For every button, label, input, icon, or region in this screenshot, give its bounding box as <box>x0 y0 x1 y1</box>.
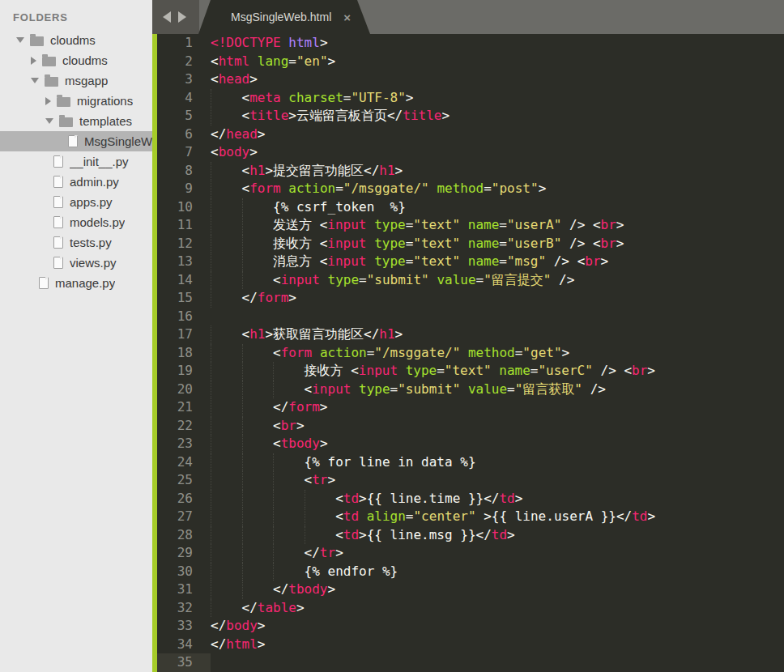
code-line-23[interactable]: 23 <tbody> <box>157 435 784 453</box>
chevron-right-icon[interactable] <box>45 97 51 105</box>
editor-pane[interactable]: 1<!DOCTYPE html>2<html lang="en">3<head>… <box>152 34 784 672</box>
code-token: = <box>288 53 296 69</box>
code-line-5[interactable]: 5 <title>云端留言板首页</title> <box>157 107 784 125</box>
tree-item-views-py[interactable]: views.py <box>0 253 152 273</box>
code-line-8[interactable]: 8 <h1>提交留言功能区</h1> <box>157 162 784 181</box>
tree-item-manage-py[interactable]: manage.py <box>0 273 152 293</box>
code-line-17[interactable]: 17 <h1>获取留言功能区</h1> <box>157 325 784 344</box>
code-token <box>367 253 375 269</box>
code-token <box>460 345 468 360</box>
code-line-12[interactable]: 12 接收方 <input type="text" name="userB" /… <box>157 235 784 253</box>
code-token: </ <box>211 545 320 560</box>
indent-guide <box>211 417 211 436</box>
tree-item-msgapp[interactable]: msgapp <box>0 70 152 91</box>
code-line-20[interactable]: 20 <input type="submit" value="留言获取" /> <box>157 381 784 399</box>
chevron-down-icon[interactable] <box>31 78 39 83</box>
code-token: {% csrf_token %} <box>211 199 406 215</box>
code-line-22[interactable]: 22 <br> <box>157 417 784 436</box>
code-token: input <box>281 272 320 287</box>
code-line-29[interactable]: 29 </tr> <box>157 544 784 563</box>
code-line-2[interactable]: 2<html lang="en"> <box>157 53 784 71</box>
code-line-9[interactable]: 9 <form action="/msggate/" method="post"… <box>157 180 784 198</box>
code-line-30[interactable]: 30 {% endfor %} <box>157 563 784 581</box>
code-line-21[interactable]: 21 </form> <box>157 398 784 417</box>
code-token <box>460 236 468 251</box>
code-token: form <box>249 181 281 196</box>
code-line-6[interactable]: 6</head> <box>157 125 784 144</box>
chevron-right-icon[interactable] <box>31 57 36 65</box>
tree-item-label: views.py <box>70 256 117 270</box>
tab-msgsingleweb[interactable]: MsgSingleWeb.html × <box>198 0 370 34</box>
code-line-16[interactable]: 16 <box>157 308 784 326</box>
code-line-34[interactable]: 34</html> <box>157 636 784 654</box>
indent-guide <box>211 526 211 545</box>
code-line-10[interactable]: 10 {% csrf_token %} <box>157 198 784 217</box>
tree-item-templates[interactable]: templates <box>0 111 152 131</box>
code-token: type <box>328 272 360 287</box>
code-token: "submit" <box>367 272 429 287</box>
code-line-25[interactable]: 25 <tr> <box>157 471 784 490</box>
tree-item-tests-py[interactable]: tests.py <box>0 232 152 253</box>
code-token: title <box>403 108 441 123</box>
tree-item-label: migrations <box>77 94 133 108</box>
code-line-33[interactable]: 33</body> <box>157 617 784 636</box>
nav-back-icon[interactable] <box>163 11 171 23</box>
code-line-35[interactable]: 35 <box>157 653 784 672</box>
tree-item-cloudms[interactable]: cloudms <box>0 30 152 50</box>
code-line-content: <td>{{ line.msg }}</td> <box>193 526 784 545</box>
tree-item-apps-py[interactable]: apps.py <box>0 192 152 212</box>
code-line-4[interactable]: 4 <meta charset="UTF-8"> <box>157 89 784 108</box>
code-token: < <box>211 71 219 87</box>
code-line-13[interactable]: 13 消息方 <input type="text" name="msg" /> … <box>157 253 784 271</box>
code-line-content: <td>{{ line.time }}</td> <box>193 490 784 508</box>
code-token: type <box>374 253 406 269</box>
code-line-7[interactable]: 7<body> <box>157 143 784 162</box>
code-line-1[interactable]: 1<!DOCTYPE html> <box>157 34 784 53</box>
tree-item-msgsingleweb-html[interactable]: MsgSingleWeb.html <box>0 131 152 151</box>
code-token: > <box>258 126 266 142</box>
code-line-28[interactable]: 28 <td>{{ line.msg }}</td> <box>157 526 784 545</box>
code-token: < <box>211 326 249 342</box>
code-line-27[interactable]: 27 <td align="center" >{{ line.userA }}<… <box>157 508 784 526</box>
code-token: < <box>211 90 249 105</box>
code-line-content: </table> <box>193 599 784 618</box>
tab-close-icon[interactable]: × <box>343 11 351 24</box>
tree-item-migrations[interactable]: migrations <box>0 91 152 111</box>
code-line-15[interactable]: 15 </form> <box>157 289 784 308</box>
code-token: = <box>499 236 507 251</box>
code-line-11[interactable]: 11 发送方 <input type="text" name="userA" /… <box>157 216 784 235</box>
code-token: = <box>507 381 515 397</box>
chevron-down-icon[interactable] <box>16 37 24 43</box>
code-area[interactable]: 1<!DOCTYPE html>2<html lang="en">3<head>… <box>157 34 784 672</box>
code-line-26[interactable]: 26 <td>{{ line.time }}</td> <box>157 490 784 508</box>
line-number: 31 <box>157 581 193 599</box>
indent-guide <box>242 235 243 253</box>
code-token: > <box>328 581 336 597</box>
indent-guide <box>211 235 211 253</box>
code-line-14[interactable]: 14 <input type="submit" value="留言提交" /> <box>157 271 784 290</box>
nav-forward-icon[interactable] <box>178 11 186 23</box>
code-token: > <box>395 326 403 342</box>
code-token: = <box>343 90 352 105</box>
code-line-18[interactable]: 18 <form action="/msggate/" method="get"… <box>157 344 784 363</box>
code-line-3[interactable]: 3<head> <box>157 70 784 89</box>
code-line-31[interactable]: 31 </tbody> <box>157 581 784 599</box>
file-icon <box>53 257 63 269</box>
code-token: >{{ line.userA }}</ <box>476 508 633 524</box>
code-line-24[interactable]: 24 {% for line in data %} <box>157 453 784 472</box>
code-line-content: <input type="submit" value="留言获取" /> <box>193 381 784 399</box>
code-line-32[interactable]: 32 </table> <box>157 599 784 618</box>
code-line-19[interactable]: 19 接收方 <input type="text" name="userC" /… <box>157 362 784 381</box>
tree-item-admin-py[interactable]: admin.py <box>0 172 152 192</box>
tree-item-models-py[interactable]: models.py <box>0 212 152 232</box>
tree-item--init-py[interactable]: __init__.py <box>0 151 152 172</box>
code-token: </ <box>211 126 226 142</box>
code-token: title <box>249 108 288 123</box>
tree-item-cloudms[interactable]: cloudms <box>0 50 152 70</box>
line-number: 19 <box>157 362 193 381</box>
code-token: input <box>327 217 366 232</box>
code-token: value <box>468 381 507 397</box>
code-token: > <box>395 163 403 178</box>
chevron-down-icon[interactable] <box>45 118 53 124</box>
code-token: 接收方 < <box>211 363 359 378</box>
